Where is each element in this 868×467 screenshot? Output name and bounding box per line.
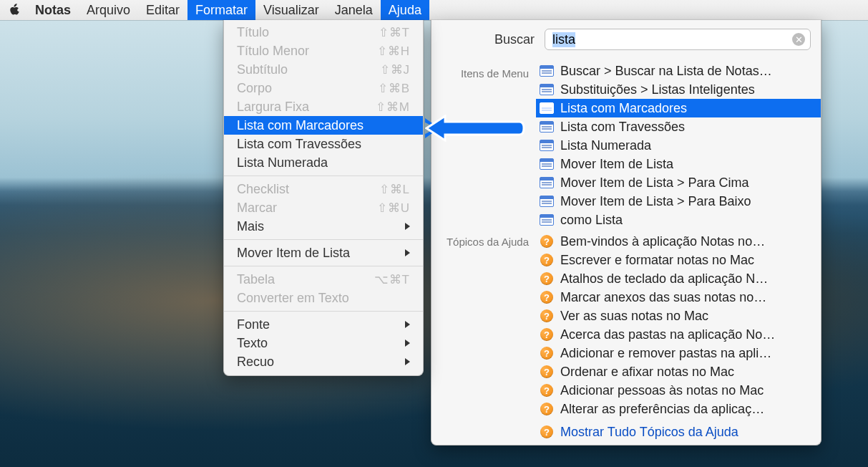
menu-item-label: Corpo [237, 81, 378, 96]
menu-arquivo[interactable]: Arquivo [79, 0, 138, 20]
help-result-label: Lista com Travessões [560, 120, 685, 135]
menu-item-label: Lista Numerada [237, 155, 410, 170]
menu-item: Tabela⌥⌘T [224, 270, 423, 289]
menu-item[interactable]: Mais [224, 217, 423, 236]
help-topic-result[interactable]: ?Bem-vindos à aplicação Notas no… [536, 232, 821, 251]
submenu-arrow-icon [405, 321, 410, 328]
help-result-label: Adicionar e remover pastas na apli… [560, 346, 771, 361]
menu-item-label: Mais [237, 219, 405, 234]
help-topic-icon: ? [539, 365, 555, 378]
help-topic-result[interactable]: ?Alterar as preferências da aplicaç… [536, 400, 821, 418]
menu-item-icon [539, 158, 555, 170]
help-topic-icon: ? [539, 403, 555, 415]
help-menu-result[interactable]: como Lista [536, 211, 821, 229]
menu-item-label: Checklist [237, 182, 379, 197]
help-topic-result[interactable]: ?Acerca das pastas na aplicação No… [536, 325, 821, 344]
menu-item-icon [539, 196, 555, 207]
menu-editar[interactable]: Editar [138, 0, 187, 20]
menu-item-shortcut: ⇧⌘M [376, 100, 410, 115]
help-topic-result[interactable]: ?Marcar anexos das suas notas no… [536, 288, 821, 307]
menu-separator [224, 266, 423, 266]
menu-item-label: Subtítulo [237, 62, 380, 77]
help-menu-result[interactable]: Mover Item de Lista > Para Baixo [536, 192, 821, 211]
menu-janela[interactable]: Janela [327, 0, 381, 20]
help-result-label: Atalhos de teclado da aplicação N… [560, 271, 768, 287]
menu-item-shortcut: ⇧⌘T [379, 25, 410, 40]
menu-item[interactable]: Lista com Marcadores [224, 116, 423, 135]
help-result-label: Ver as suas notas no Mac [560, 309, 708, 324]
help-menu-result[interactable]: Mover Item de Lista > Para Cima [536, 173, 821, 192]
menu-visualizar[interactable]: Visualizar [255, 0, 327, 20]
menu-item-label: Tabela [237, 272, 374, 287]
help-section-menu-items: Itens de Menu [431, 64, 536, 82]
menu-item[interactable]: Recuo [224, 352, 423, 371]
menu-item-shortcut: ⇧⌘J [380, 62, 411, 77]
submenu-arrow-icon [405, 358, 410, 365]
help-search-input[interactable] [545, 29, 811, 50]
menu-item[interactable]: Mover Item de Lista [224, 244, 423, 262]
apple-icon [9, 4, 21, 16]
help-menu-result[interactable]: Buscar > Buscar na Lista de Notas… [536, 62, 821, 80]
menu-item[interactable]: Lista Numerada [224, 153, 423, 172]
menu-separator [224, 175, 423, 176]
clear-search-icon[interactable]: ✕ [792, 33, 805, 46]
menu-item: Largura Fixa⇧⌘M [224, 97, 423, 116]
menu-item-shortcut: ⇧⌘B [378, 81, 410, 96]
help-topic-result[interactable]: ?Adicionar e remover pastas na apli… [536, 344, 821, 362]
menu-item-label: Fonte [237, 317, 405, 332]
help-search-label: Buscar [442, 32, 545, 47]
help-menu-result[interactable]: Lista com Travessões [536, 117, 821, 136]
help-topic-icon: ? [539, 291, 555, 304]
menu-ajuda[interactable]: Ajuda [381, 0, 429, 20]
submenu-arrow-icon [405, 340, 410, 347]
help-topic-result[interactable]: ?Ordenar e afixar notas no Mac [536, 362, 821, 381]
menu-item-icon [539, 121, 555, 133]
help-menu-result[interactable]: Mover Item de Lista [536, 155, 821, 173]
help-result-label: Adicionar pessoas às notas no Mac [560, 383, 764, 398]
help-topic-result[interactable]: ?Atalhos de teclado da aplicação N… [536, 269, 821, 288]
help-show-all[interactable]: ?Mostrar Tudo Tópicos da Ajuda [536, 423, 821, 441]
formatar-dropdown: Título⇧⌘TTítulo Menor⇧⌘HSubtítulo⇧⌘JCorp… [223, 20, 424, 376]
menu-item[interactable]: Fonte [224, 315, 423, 334]
help-show-all-label: Mostrar Tudo Tópicos da Ajuda [560, 425, 738, 440]
help-menu-result[interactable]: Substituições > Listas Inteligentes [536, 80, 821, 99]
help-result-label: Bem-vindos à aplicação Notas no… [560, 234, 765, 249]
menu-item-label: Largura Fixa [237, 100, 376, 115]
menu-separator [224, 311, 423, 312]
menu-item[interactable]: Texto [224, 334, 423, 352]
menu-item: Marcar⇧⌘U [224, 198, 423, 217]
help-result-label: Marcar anexos das suas notas no… [560, 290, 766, 305]
menu-item-label: Lista com Marcadores [237, 118, 410, 133]
apple-menu[interactable] [3, 0, 27, 20]
menu-item-icon [539, 214, 555, 226]
menu-item[interactable]: Lista com Travessões [224, 135, 423, 153]
menu-formatar[interactable]: Formatar [187, 0, 255, 20]
help-topic-result[interactable]: ?Ver as suas notas no Mac [536, 307, 821, 325]
help-topic-icon: ? [539, 384, 555, 397]
help-topic-icon: ? [539, 347, 555, 360]
menu-item: Checklist⇧⌘L [224, 180, 423, 198]
help-topic-result[interactable]: ?Escrever e formatar notas no Mac [536, 251, 821, 269]
menu-item: Título Menor⇧⌘H [224, 42, 423, 60]
help-topic-icon: ? [539, 309, 555, 322]
menu-item: Corpo⇧⌘B [224, 79, 423, 97]
menu-item-shortcut: ⇧⌘U [377, 201, 410, 216]
menu-item: Título⇧⌘T [224, 23, 423, 42]
help-result-label: Mover Item de Lista > Para Cima [560, 175, 749, 191]
help-topic-icon: ? [539, 328, 555, 341]
menu-item-label: Mover Item de Lista [237, 246, 405, 261]
help-result-label: Escrever e formatar notas no Mac [560, 253, 754, 268]
help-result-label: como Lista [560, 213, 623, 228]
menu-item-icon [539, 102, 555, 114]
menu-bar: Notas Arquivo Editar Formatar Visualizar… [0, 0, 868, 20]
submenu-arrow-icon [405, 249, 410, 256]
help-result-label: Ordenar e afixar notas no Mac [560, 365, 734, 380]
help-topic-result[interactable]: ?Adicionar pessoas às notas no Mac [536, 381, 821, 400]
help-topic-icon: ? [539, 272, 555, 285]
menu-item-label: Texto [237, 336, 405, 351]
help-search-row: Buscar ✕ [431, 20, 821, 60]
help-menu-result[interactable]: Lista Numerada [536, 136, 821, 155]
help-menu-result[interactable]: Lista com Marcadores [536, 99, 821, 117]
menu-app-name[interactable]: Notas [27, 0, 79, 20]
menu-item-label: Converter em Texto [237, 291, 410, 306]
